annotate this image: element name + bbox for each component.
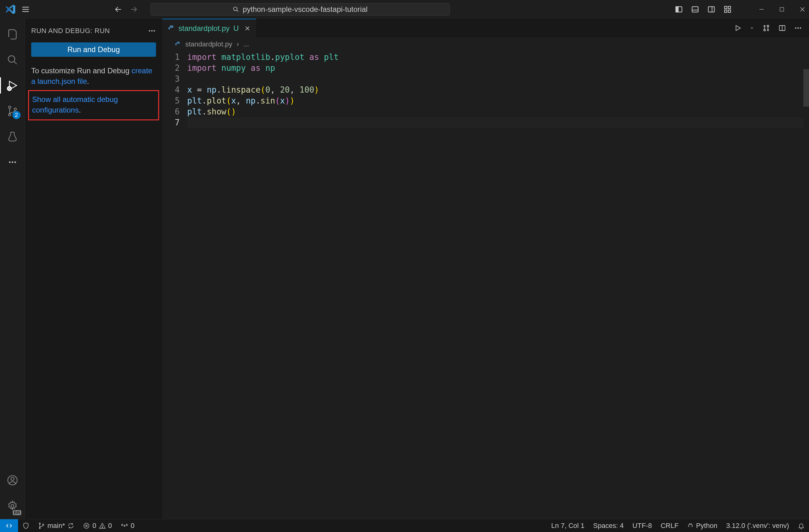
window-close-icon[interactable] (799, 6, 806, 13)
run-and-debug-button[interactable]: Run and Debug (31, 42, 156, 57)
python-interpreter[interactable]: 3.12.0 ('.venv': venv) (722, 522, 793, 530)
editor-tab[interactable]: standardplot.py U (162, 19, 256, 37)
run-debug-sidebar: RUN AND DEBUG: RUN Run and Debug To cust… (25, 19, 162, 519)
vscode-logo-icon (3, 4, 18, 15)
svg-point-41 (170, 26, 171, 26)
search-icon[interactable] (2, 50, 22, 70)
editor-tabbar: standardplot.py U (162, 19, 809, 37)
svg-rect-8 (676, 6, 678, 12)
svg-point-28 (8, 106, 11, 108)
scm-badge: 2 (13, 111, 21, 119)
minimap[interactable] (803, 51, 809, 519)
svg-rect-15 (724, 10, 727, 13)
titlebar: python-sample-vscode-fastapi-tutorial (0, 0, 809, 19)
svg-point-45 (764, 29, 765, 31)
python-file-icon (168, 25, 175, 32)
minimap-thumb[interactable] (803, 69, 809, 107)
svg-point-49 (795, 28, 796, 29)
svg-point-30 (14, 108, 17, 110)
code-lines: import matplotlib.pyplot as plt import n… (187, 51, 809, 519)
svg-point-50 (797, 28, 799, 29)
layout-controls (675, 5, 806, 13)
show-all-configs-link[interactable]: Show all automatic debug configurations (32, 95, 118, 114)
search-text: python-sample-vscode-fastapi-tutorial (243, 5, 367, 14)
breadcrumb-file: standardplot.py (185, 40, 232, 48)
breadcrumb-more: ... (243, 40, 249, 48)
nav-forward-icon[interactable] (130, 5, 138, 13)
split-editor-icon[interactable] (778, 24, 786, 32)
code-editor[interactable]: 1 2 3 4 5 6 7 import matplotlib.pyplot a… (162, 51, 809, 519)
eol[interactable]: CRLF (656, 522, 683, 530)
svg-point-46 (767, 25, 769, 27)
python-file-icon (175, 41, 181, 48)
svg-point-21 (8, 56, 15, 63)
svg-rect-9 (692, 6, 698, 12)
svg-line-6 (237, 10, 238, 12)
svg-point-51 (799, 28, 801, 29)
app-menu-button[interactable] (18, 5, 33, 14)
activity-bar: 2 BR (0, 19, 25, 519)
svg-rect-13 (724, 6, 727, 9)
cursor-position[interactable]: Ln 7, Col 1 (547, 522, 589, 530)
status-bar: main* 0 0 0 Ln 7, Col 1 Spaces: 4 UTF-8 … (0, 519, 809, 532)
window-minimize-icon[interactable] (758, 6, 765, 13)
sync-icon[interactable] (67, 522, 74, 529)
toggle-primary-sidebar-icon[interactable] (675, 5, 683, 13)
svg-point-39 (151, 30, 153, 32)
svg-point-40 (154, 30, 155, 32)
command-center-search[interactable]: python-sample-vscode-fastapi-tutorial (150, 3, 450, 16)
editor-actions (734, 19, 809, 37)
explorer-icon[interactable] (2, 24, 22, 44)
toggle-panel-icon[interactable] (691, 5, 699, 13)
breadcrumb-separator: › (237, 40, 239, 48)
sidebar-more-icon[interactable] (148, 27, 156, 35)
editor-area: standardplot.py U standardplot.py › ... (162, 19, 809, 519)
breadcrumb[interactable]: standardplot.py › ... (162, 37, 809, 51)
language-mode[interactable]: Python (683, 522, 722, 530)
tab-modified-marker: U (234, 24, 239, 33)
compare-changes-icon[interactable] (762, 24, 770, 32)
nav-arrows (114, 5, 138, 13)
tab-filename: standardplot.py (178, 24, 230, 33)
trust-indicator[interactable] (18, 522, 34, 529)
nav-back-icon[interactable] (114, 5, 122, 13)
settings-badge: BR (13, 510, 21, 515)
window-maximize-icon[interactable] (779, 6, 785, 12)
line-gutter: 1 2 3 4 5 6 7 (162, 51, 187, 519)
editor-more-icon[interactable] (794, 24, 802, 32)
source-control-icon[interactable]: 2 (2, 101, 22, 121)
remote-indicator[interactable] (0, 519, 18, 532)
testing-icon[interactable] (2, 127, 22, 146)
run-debug-icon[interactable] (2, 75, 22, 95)
git-branch[interactable]: main* (34, 522, 79, 530)
svg-rect-16 (728, 10, 731, 13)
svg-point-32 (9, 161, 10, 163)
customize-text: To customize Run and Debug create a laun… (25, 66, 162, 86)
run-file-icon[interactable] (734, 24, 742, 32)
svg-point-52 (39, 522, 40, 524)
ports-indicator[interactable]: 0 (116, 522, 139, 530)
tab-close-icon[interactable] (244, 25, 251, 32)
additional-views-icon[interactable] (2, 152, 22, 172)
notifications-icon[interactable] (793, 522, 809, 529)
svg-rect-18 (780, 7, 784, 11)
svg-line-22 (14, 61, 17, 64)
run-dropdown-icon[interactable] (750, 26, 754, 30)
customize-layout-icon[interactable] (724, 5, 731, 13)
svg-rect-11 (708, 6, 715, 12)
toggle-secondary-sidebar-icon[interactable] (707, 5, 716, 13)
indentation[interactable]: Spaces: 4 (589, 522, 628, 530)
svg-point-54 (43, 524, 44, 525)
accounts-icon[interactable] (2, 470, 22, 490)
svg-point-5 (234, 7, 237, 11)
encoding[interactable]: UTF-8 (628, 522, 656, 530)
sidebar-title: RUN AND DEBUG: RUN (31, 27, 110, 35)
svg-point-33 (12, 161, 13, 163)
svg-point-36 (11, 477, 14, 481)
show-all-configs-highlight: Show all automatic debug configurations. (28, 90, 159, 120)
problems-indicator[interactable]: 0 0 (79, 522, 116, 530)
svg-marker-44 (736, 25, 740, 31)
settings-gear-icon[interactable]: BR (2, 496, 22, 516)
svg-rect-14 (728, 6, 731, 9)
svg-point-59 (102, 527, 103, 528)
